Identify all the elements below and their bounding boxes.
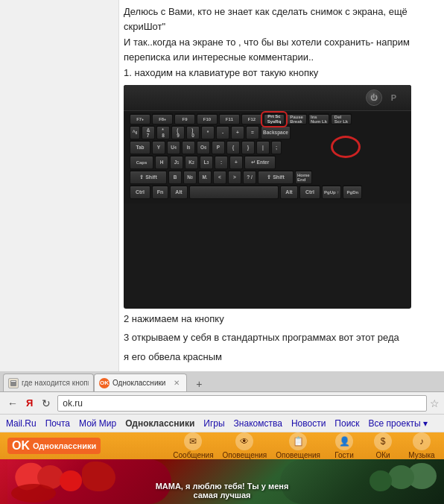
- keyboard-image: ⏻ P F7♦ F8♦ F9 F10 F11 F12 Prt ScSysRq P…: [124, 85, 411, 309]
- key-rparen: )0: [186, 126, 200, 139]
- refresh-button[interactable]: ↻: [38, 395, 54, 412]
- key-enter: ↵ Enter: [244, 156, 276, 169]
- tab-close-ok[interactable]: ✕: [171, 378, 182, 388]
- nav-link-mailru[interactable]: Mail.Ru: [6, 418, 37, 429]
- key-prtsc: Prt ScSysRq: [264, 114, 285, 125]
- svg-rect-1: [11, 381, 16, 382]
- nav-link-ok[interactable]: Одноклассники: [125, 418, 194, 429]
- bookmark-icon[interactable]: ☆: [430, 397, 440, 409]
- key-tab: Tab: [130, 141, 150, 154]
- key-f10: F10: [197, 114, 218, 125]
- nav-link-pochta[interactable]: Почта: [45, 418, 70, 429]
- ok-messages-label: Сообщения: [173, 451, 213, 459]
- ok-guests-label: Гости: [334, 451, 353, 459]
- fn-key-row: F7♦ F8♦ F9 F10 F11 F12 Prt ScSysRq Pause…: [130, 114, 405, 125]
- key-slash: ? /: [243, 171, 256, 184]
- key-shift-left: ⇧ Shift: [130, 171, 167, 184]
- key-ins: InsNum Lk: [308, 114, 329, 125]
- key-p: P: [212, 141, 225, 154]
- key-colon: :: [215, 156, 228, 169]
- tab-knoopka[interactable]: где находится кнопк...: [3, 374, 94, 391]
- nav-link-allprojects[interactable]: Все проекты ▾: [369, 418, 428, 429]
- key-lt: <: [213, 171, 226, 184]
- browser-chrome: где находится кнопк... OK Одноклассники …: [0, 371, 444, 504]
- ok-nav-guests[interactable]: 👤 Гости: [329, 432, 359, 459]
- banner-text: МАМА, я люблю тебя! Ты у меня самая лучш…: [148, 482, 296, 500]
- key-star: *8: [156, 126, 170, 139]
- key-rbrace: }: [241, 141, 255, 154]
- key-f12: F12: [241, 114, 262, 125]
- ok-nav-obiasnienia[interactable]: 👁 Оповещения: [223, 432, 267, 459]
- key-shift-right: ⇧ Shift: [258, 171, 294, 184]
- key-minus: -: [216, 126, 229, 139]
- key-j: J 1: [170, 156, 183, 169]
- ok-logo-text: Одноклассники: [33, 441, 96, 450]
- p-label: P: [391, 93, 396, 102]
- nav-link-znakomstva[interactable]: Знакомства: [234, 418, 282, 429]
- tab-bar[interactable]: где находится кнопк... OK Одноклассники …: [0, 371, 444, 392]
- article-step2: 2 нажимаем на кнопку: [124, 312, 440, 327]
- key-caret: ^6: [130, 126, 140, 139]
- key-caps: Caps: [130, 156, 153, 169]
- key-alt-left: Alt: [170, 186, 188, 199]
- key-plus2: +: [229, 156, 243, 169]
- key-m: M .: [198, 171, 212, 184]
- key-star2: *: [201, 126, 215, 139]
- article-step3: 3 открываем у себя в стандартных програм…: [124, 330, 440, 345]
- key-f7: F7♦: [130, 114, 150, 125]
- key-n: N 0: [183, 171, 197, 184]
- oki-icon: $: [374, 432, 392, 450]
- nav-links-bar: Mail.Ru Почта Мой Мир Одноклассники Игры…: [0, 415, 444, 432]
- key-f9: F9: [174, 114, 195, 125]
- nav-link-novosti[interactable]: Новости: [291, 418, 326, 429]
- number-key-row: ^6 &7 *8 (9 )0 * - + = Backspace: [130, 126, 405, 139]
- guests-icon: 👤: [335, 432, 353, 450]
- bottom-row: Ctrl Fn Alt Alt Ctrl PgUp ↑ PgDn: [130, 186, 405, 199]
- new-tab-button[interactable]: +: [190, 377, 208, 391]
- key-pause: PauseBreak: [286, 114, 307, 125]
- tab-label-knoopka: где находится кнопк...: [22, 379, 89, 387]
- ok-logo[interactable]: OK Одноклассники: [7, 438, 101, 454]
- ok-nav-music[interactable]: ♪ Музыка: [407, 432, 437, 459]
- keyboard-top-bar: ⏻ P: [124, 85, 411, 111]
- left-sidebar: [0, 0, 119, 403]
- nav-link-igry[interactable]: Игры: [203, 418, 224, 429]
- ok-nav-messages[interactable]: ✉ Сообщения: [173, 432, 213, 459]
- fruits-decoration-right: [280, 459, 444, 504]
- nav-link-poisk[interactable]: Поиск: [334, 418, 359, 429]
- qwerty-row: Tab Y U 4 I 5 O 6 P { } | ;: [130, 141, 405, 154]
- key-space: [189, 186, 279, 199]
- asdf-row: Caps H J 1 K 2 L 3 : + ↵ Enter: [130, 156, 405, 169]
- nav-link-moimir[interactable]: Мой Мир: [79, 418, 116, 429]
- key-equals: =: [246, 126, 259, 139]
- url-input[interactable]: ok.ru: [57, 395, 427, 412]
- key-h: H: [155, 156, 168, 169]
- notifications-icon: 👁: [235, 432, 253, 450]
- tab-odnoklassniki[interactable]: OK Одноклассники ✕: [94, 374, 187, 391]
- article-step1: 1. находим на клавиатуре вот такую кнопк…: [124, 66, 440, 81]
- yandex-logo: Я: [24, 397, 35, 409]
- address-bar: ← Я ↻ ok.ru ☆: [0, 392, 444, 415]
- article-text-line1: Делюсь с Вами, кто не знает как сделать …: [124, 4, 440, 34]
- key-pipe: |: [256, 141, 270, 154]
- key-del: DelScr Lk: [331, 114, 352, 125]
- music-icon: ♪: [413, 432, 431, 450]
- ok-obn-label: Оповещения: [223, 451, 267, 459]
- fruits-decoration-left: [7, 459, 171, 504]
- tab-label-ok: Одноклассники: [112, 379, 165, 387]
- key-ctrl-left: Ctrl: [130, 186, 150, 199]
- key-k: K 2: [185, 156, 198, 169]
- ok-nav-oki[interactable]: $ ОКи: [368, 432, 398, 459]
- key-lbrace: {: [226, 141, 240, 154]
- key-bs2: ;: [271, 141, 282, 154]
- article-text-line2: И так..когда на экране то , что бы вы хо…: [124, 35, 440, 64]
- key-f8: F8♦: [152, 114, 173, 125]
- key-i: I 5: [182, 141, 195, 154]
- key-f11: F11: [219, 114, 240, 125]
- key-gt: >: [228, 171, 241, 184]
- ok-nav-opov2[interactable]: 📋 Оповещения: [276, 432, 320, 459]
- key-fn: Fn: [152, 186, 168, 199]
- key-y: Y: [152, 141, 165, 154]
- banner-area: МАМА, я люблю тебя! Ты у меня самая лучш…: [0, 459, 444, 504]
- back-button[interactable]: ←: [4, 395, 21, 412]
